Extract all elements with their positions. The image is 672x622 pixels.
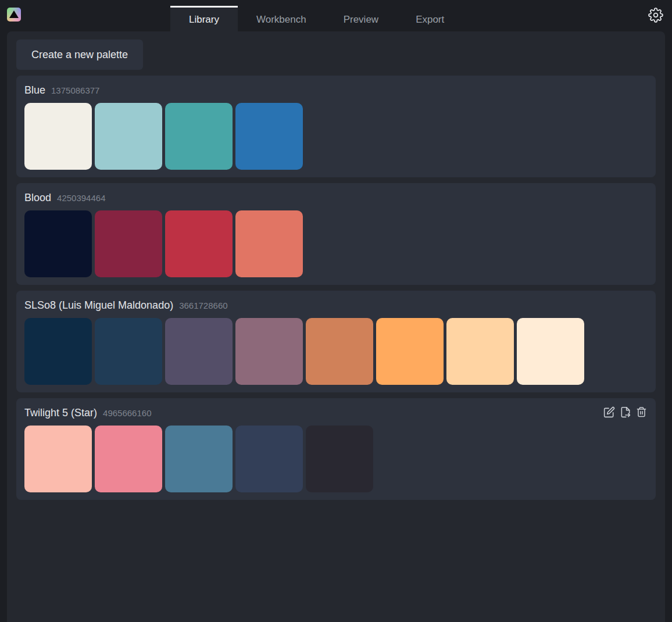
export-icon <box>620 406 631 418</box>
color-swatch <box>95 318 162 385</box>
palette-card[interactable]: Blue 1375086377 <box>16 76 656 177</box>
color-swatch <box>376 318 444 385</box>
settings-button[interactable] <box>647 6 664 24</box>
color-swatch <box>24 318 92 385</box>
library-panel: Create a new palette Blue 1375086377 Blo… <box>7 31 665 622</box>
color-swatch <box>24 103 92 170</box>
delete-palette-button[interactable] <box>635 406 648 418</box>
swatch-row <box>24 318 648 385</box>
edit-palette-button[interactable] <box>603 406 615 418</box>
color-swatch <box>95 210 162 277</box>
swatch-row <box>24 210 648 277</box>
tab-workbench[interactable]: Workbench <box>238 6 325 31</box>
palette-actions <box>603 406 648 418</box>
tab-export[interactable]: Export <box>397 6 463 31</box>
palette-card-header: Blue 1375086377 <box>24 83 648 98</box>
swatch-row <box>24 426 648 492</box>
color-swatch <box>95 426 162 492</box>
color-swatch <box>306 426 373 492</box>
color-swatch <box>24 426 92 492</box>
trash-icon <box>636 406 647 417</box>
color-swatch <box>306 318 373 385</box>
palette-name: Blue <box>24 83 45 98</box>
color-swatch <box>165 103 233 170</box>
tab-bar: Library Workbench Preview Export <box>170 6 463 31</box>
palette-id: 1375086377 <box>51 83 99 98</box>
palette-card[interactable]: Blood 4250394464 <box>16 183 656 285</box>
triangle-icon <box>9 10 19 18</box>
palette-name: Blood <box>24 190 51 205</box>
palette-id: 3661728660 <box>179 298 227 313</box>
top-bar: Library Workbench Preview Export <box>0 0 672 31</box>
color-swatch <box>165 318 233 385</box>
color-swatch <box>235 318 303 385</box>
tab-library[interactable]: Library <box>170 6 238 31</box>
palette-card-header: Blood 4250394464 <box>24 190 648 206</box>
palette-card[interactable]: SLSo8 (Luis Miguel Maldonado) 3661728660 <box>16 291 656 392</box>
color-swatch <box>165 210 233 277</box>
palette-name: SLSo8 (Luis Miguel Maldonado) <box>24 298 173 313</box>
tab-preview[interactable]: Preview <box>325 6 397 31</box>
color-swatch <box>165 426 233 492</box>
color-swatch <box>235 426 303 492</box>
palette-id: 4250394464 <box>57 191 105 206</box>
palette-card-header: SLSo8 (Luis Miguel Maldonado) 3661728660 <box>24 298 648 313</box>
color-swatch <box>24 210 92 277</box>
color-swatch <box>95 103 162 170</box>
palette-id: 4965666160 <box>103 406 151 421</box>
create-palette-button[interactable]: Create a new palette <box>16 40 143 70</box>
gear-icon <box>648 8 663 23</box>
edit-icon <box>603 406 615 418</box>
palette-card-header: Twilight 5 (Star) 4965666160 <box>24 405 648 421</box>
color-swatch <box>517 318 584 385</box>
color-swatch <box>235 210 303 277</box>
app-logo-icon <box>7 8 21 22</box>
export-palette-button[interactable] <box>619 406 631 418</box>
color-swatch <box>235 103 303 170</box>
palette-card[interactable]: Twilight 5 (Star) 4965666160 <box>16 398 656 500</box>
palette-name: Twilight 5 (Star) <box>24 405 97 420</box>
color-swatch <box>446 318 514 385</box>
swatch-row <box>24 103 648 170</box>
